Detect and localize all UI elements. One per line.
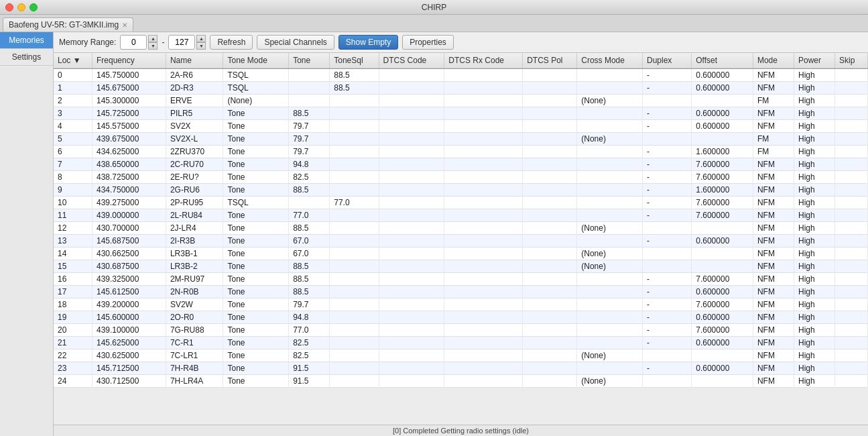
sidebar-item-settings[interactable]: Settings [0, 49, 53, 66]
cell-offset: 0.600000 [692, 68, 753, 82]
special-channels-button[interactable]: Special Channels [257, 35, 334, 50]
col-header-power[interactable]: Power [794, 53, 834, 68]
table-row[interactable]: 7438.6500002C-RU70Tone94.8-7.600000NFMHi… [54, 158, 868, 171]
cell-skip [835, 171, 868, 184]
cell-name: PILR5 [166, 107, 223, 120]
cell-duplex: - [642, 107, 691, 120]
refresh-button[interactable]: Refresh [210, 35, 253, 50]
col-header-name[interactable]: Name [166, 53, 223, 68]
range-from-up[interactable]: ▲ [148, 35, 158, 42]
table-row[interactable]: 13145.6875002I-R3BTone67.0-0.600000NFMHi… [54, 235, 868, 248]
cell-skip [835, 133, 868, 146]
col-header-tonemode[interactable]: Tone Mode [223, 53, 289, 68]
cell-duplex: - [642, 286, 691, 298]
range-to-down[interactable]: ▼ [196, 42, 206, 50]
table-row[interactable]: 2145.300000ERVE(None)(None)FMHigh [54, 95, 868, 107]
cell-tone: 88.5 [289, 286, 330, 298]
table-row[interactable]: 1145.6750002D-R3TSQL88.5-0.600000NFMHigh [54, 82, 868, 95]
table-row[interactable]: 15430.687500LR3B-2Tone88.5(None)NFMHigh [54, 260, 868, 273]
cell-tonemode: Tone [223, 298, 289, 311]
cell-crossmode: (None) [577, 248, 643, 260]
table-row[interactable]: 6434.6250002ZRU370Tone79.7-1.600000FMHig… [54, 146, 868, 158]
col-header-dtcsrx[interactable]: DTCS Rx Code [444, 53, 523, 68]
tab-close-icon[interactable]: ✕ [122, 21, 127, 29]
col-header-loc[interactable]: Loc ▼ [54, 53, 92, 68]
cell-offset: 0.600000 [692, 107, 753, 120]
file-tab[interactable]: Baofeng UV-5R: GT-3MKII.img ✕ [3, 17, 133, 32]
cell-power: High [794, 298, 834, 311]
cell-loc: 9 [54, 184, 92, 197]
table-row[interactable]: 12430.7000002J-LR4Tone88.5(None)NFMHigh [54, 222, 868, 235]
cell-tonemode: Tone [223, 248, 289, 260]
table-row[interactable]: 24430.7125007H-LR4ATone91.5(None)NFMHigh [54, 375, 868, 388]
range-to-spinner: ▲ ▼ [196, 35, 206, 50]
col-header-tonesql[interactable]: ToneSql [330, 53, 379, 68]
col-header-tone[interactable]: Tone [289, 53, 330, 68]
table-row[interactable]: 3145.725000PILR5Tone88.5-0.600000NFMHigh [54, 107, 868, 120]
table-row[interactable]: 9434.7500002G-RU6Tone88.5-1.600000NFMHig… [54, 184, 868, 197]
properties-button[interactable]: Properties [402, 35, 454, 50]
table-row[interactable]: 10439.2750002P-RU95TSQL77.0-7.600000NFMH… [54, 197, 868, 209]
cell-tone: 91.5 [289, 375, 330, 388]
table-row[interactable]: 18439.200000SV2WTone79.7-7.600000NFMHigh [54, 298, 868, 311]
range-from-input[interactable] [120, 35, 147, 50]
cell-offset: 7.600000 [692, 298, 753, 311]
cell-dtcspol [523, 120, 577, 133]
table-row[interactable]: 11439.0000002L-RU84Tone77.0-7.600000NFMH… [54, 209, 868, 222]
cell-power: High [794, 324, 834, 337]
table-row[interactable]: 19145.6000002O-R0Tone94.8-0.600000NFMHig… [54, 311, 868, 324]
col-header-mode[interactable]: Mode [753, 53, 794, 68]
cell-dtcsrx [444, 324, 523, 337]
col-header-offset[interactable]: Offset [692, 53, 753, 68]
cell-skip [835, 184, 868, 197]
table-row[interactable]: 0145.7500002A-R6TSQL88.5-0.600000NFMHigh [54, 68, 868, 82]
table-row[interactable]: 17145.6125002N-R0BTone88.5-0.600000NFMHi… [54, 286, 868, 298]
col-header-frequency[interactable]: Frequency [92, 53, 166, 68]
cell-power: High [794, 222, 834, 235]
table-row[interactable]: 22430.6250007C-LR1Tone82.5(None)NFMHigh [54, 349, 868, 362]
range-to-up[interactable]: ▲ [196, 35, 206, 42]
cell-dtcscode [379, 248, 444, 260]
cell-name: SV2X [166, 120, 223, 133]
cell-dtcsrx [444, 95, 523, 107]
table-row[interactable]: 5439.675000SV2X-LTone79.7(None)FMHigh [54, 133, 868, 146]
minimize-button[interactable] [17, 3, 25, 11]
table-row[interactable]: 14430.662500LR3B-1Tone67.0(None)NFMHigh [54, 248, 868, 260]
maximize-button[interactable] [29, 3, 38, 11]
cell-duplex [642, 222, 691, 235]
cell-dtcscode [379, 235, 444, 248]
table-row[interactable]: 20439.1000007G-RU88Tone77.0-7.600000NFMH… [54, 324, 868, 337]
show-empty-button[interactable]: Show Empty [338, 35, 398, 50]
range-to-input[interactable] [168, 35, 195, 50]
cell-dtcspol [523, 362, 577, 375]
col-header-duplex[interactable]: Duplex [642, 53, 691, 68]
cell-power: High [794, 184, 834, 197]
table-row[interactable]: 4145.575000SV2XTone79.7-0.600000NFMHigh [54, 120, 868, 133]
table-row[interactable]: 21145.6250007C-R1Tone82.5-0.600000NFMHig… [54, 337, 868, 349]
col-header-dtcspol[interactable]: DTCS Pol [523, 53, 577, 68]
cell-freq: 430.662500 [92, 248, 166, 260]
cell-tonemode: Tone [223, 171, 289, 184]
toolbar: Memory Range: ▲ ▼ - ▲ ▼ Refresh Special … [54, 32, 868, 53]
col-header-crossmode[interactable]: Cross Mode [577, 53, 643, 68]
table-wrapper[interactable]: Loc ▼ Frequency Name Tone Mode Tone Tone… [54, 53, 868, 425]
cell-tone [289, 68, 330, 82]
close-button[interactable] [5, 3, 13, 11]
cell-freq: 434.625000 [92, 146, 166, 158]
cell-duplex [642, 349, 691, 362]
cell-duplex: - [642, 337, 691, 349]
table-row[interactable]: 16439.3250002M-RU97Tone88.5-7.600000NFMH… [54, 273, 868, 286]
col-header-dtcscode[interactable]: DTCS Code [379, 53, 444, 68]
cell-tone: 79.7 [289, 298, 330, 311]
cell-skip [835, 146, 868, 158]
table-row[interactable]: 8438.7250002E-RU?Tone82.5-7.600000NFMHig… [54, 171, 868, 184]
cell-skip [835, 222, 868, 235]
table-row[interactable]: 23145.7125007H-R4BTone91.5-0.600000NFMHi… [54, 362, 868, 375]
range-from-down[interactable]: ▼ [148, 42, 158, 50]
cell-name: 2L-RU84 [166, 209, 223, 222]
cell-crossmode [577, 107, 643, 120]
sidebar-item-memories[interactable]: Memories [0, 32, 53, 49]
cell-skip [835, 260, 868, 273]
cell-skip [835, 248, 868, 260]
col-header-skip[interactable]: Skip [835, 53, 868, 68]
